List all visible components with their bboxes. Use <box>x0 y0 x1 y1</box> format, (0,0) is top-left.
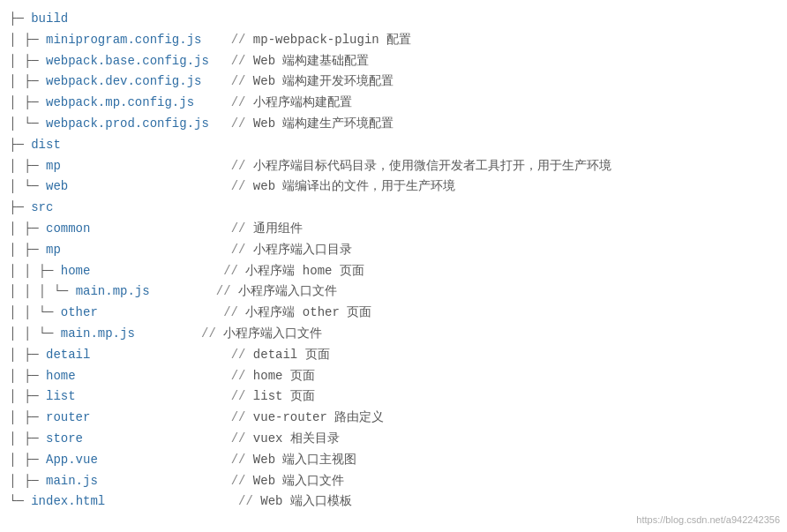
folder-name[interactable]: common <box>46 221 90 236</box>
folder-name[interactable]: build <box>31 11 68 26</box>
tree-prefix: │ │ │ └─ <box>9 284 76 298</box>
file-name[interactable]: webpack.base.config.js <box>46 54 209 68</box>
folder-name[interactable]: other <box>61 305 98 319</box>
comment: // list 页面 <box>231 386 315 408</box>
folder-name[interactable]: store <box>46 431 83 446</box>
file-name[interactable]: main.mp.js <box>61 326 135 341</box>
file-name[interactable]: index.html <box>31 494 105 508</box>
tree-row: │ ├─ home// home 页面 <box>9 366 787 387</box>
comment: // 小程序端构建配置 <box>231 93 352 114</box>
tree-prefix: │ ├─ <box>9 95 46 109</box>
tree-row: │ ├─ router// vue-router 路由定义 <box>9 408 787 429</box>
tree-prefix: │ ├─ <box>9 221 46 236</box>
file-name[interactable]: main.mp.js <box>76 284 150 298</box>
tree-row: │ ├─ miniprogram.config.js// mp-webpack-… <box>9 30 787 51</box>
comment: // Web 端构建基础配置 <box>231 51 370 72</box>
tree-prefix: │ └─ <box>9 179 46 193</box>
file-name[interactable]: main.js <box>46 474 98 488</box>
file-name[interactable]: webpack.mp.config.js <box>46 95 194 109</box>
tree-prefix: │ ├─ <box>9 348 46 362</box>
comment: // 小程序端入口文件 <box>201 324 322 345</box>
comment: // home 页面 <box>231 366 315 387</box>
tree-row: │ │ └─ main.mp.js// 小程序端入口文件 <box>9 324 787 345</box>
tree-row: ├─ build <box>9 9 787 30</box>
comment: // mp-webpack-plugin 配置 <box>231 30 411 51</box>
file-name[interactable]: App.vue <box>46 453 98 467</box>
tree-row: │ ├─ main.js// Web 端入口文件 <box>9 471 787 492</box>
folder-name[interactable]: list <box>46 389 76 403</box>
tree-prefix: │ └─ <box>9 116 46 131</box>
comment: // 小程序端 other 页面 <box>223 303 371 324</box>
tree-prefix: ├─ <box>9 11 31 26</box>
tree-prefix: │ ├─ <box>9 243 46 257</box>
comment: // web 端编译出的文件，用于生产环境 <box>231 176 456 198</box>
tree-prefix: │ │ └─ <box>9 326 61 341</box>
comment: // Web 端构建生产环境配置 <box>231 114 394 135</box>
tree-row: ├─ dist <box>9 135 787 156</box>
folder-name[interactable]: home <box>46 369 76 383</box>
comment: // Web 端入口主视图 <box>231 450 357 471</box>
tree-row: └─ index.html// Web 端入口模板 <box>9 491 787 513</box>
folder-name[interactable]: router <box>46 410 90 424</box>
watermark: https://blog.csdn.net/a942242356 <box>636 514 780 525</box>
tree-prefix: │ ├─ <box>9 369 46 383</box>
tree-prefix: │ │ └─ <box>9 305 61 319</box>
folder-name[interactable]: home <box>61 264 91 278</box>
tree-row: │ │ ├─ home// 小程序端 home 页面 <box>9 261 787 282</box>
tree-prefix: │ ├─ <box>9 453 46 467</box>
comment: // detail 页面 <box>231 345 330 366</box>
comment: // Web 端构建开发环境配置 <box>231 71 394 93</box>
folder-name[interactable]: src <box>31 200 53 214</box>
tree-row: │ ├─ webpack.mp.config.js// 小程序端构建配置 <box>9 93 787 114</box>
comment: // 通用组件 <box>231 219 303 240</box>
tree-prefix: │ ├─ <box>9 431 46 446</box>
comment: // 小程序端入口文件 <box>216 281 337 303</box>
tree-prefix: │ ├─ <box>9 389 46 403</box>
file-name[interactable]: webpack.prod.config.js <box>46 116 209 131</box>
tree-prefix: │ │ ├─ <box>9 264 61 278</box>
tree-row: │ ├─ store// vuex 相关目录 <box>9 429 787 450</box>
tree-prefix: │ ├─ <box>9 410 46 424</box>
comment: // Web 端入口模板 <box>238 491 352 513</box>
tree-prefix: ├─ <box>9 200 31 214</box>
file-name[interactable]: miniprogram.config.js <box>46 33 201 47</box>
tree-prefix: │ ├─ <box>9 74 46 88</box>
comment: // vue-router 路由定义 <box>231 408 385 429</box>
tree-prefix: │ ├─ <box>9 54 46 68</box>
file-name[interactable]: webpack.dev.config.js <box>46 74 201 88</box>
tree-row: │ │ └─ other// 小程序端 other 页面 <box>9 303 787 324</box>
tree-prefix: │ ├─ <box>9 33 46 47</box>
comment: // Web 端入口文件 <box>231 471 345 492</box>
comment: // 小程序端 home 页面 <box>223 261 364 282</box>
tree-row: │ ├─ mp// 小程序端入口目录 <box>9 240 787 261</box>
tree-row: ├─ src <box>9 198 787 219</box>
tree-row: │ ├─ list// list 页面 <box>9 386 787 408</box>
tree-prefix: ├─ <box>9 138 31 152</box>
folder-name[interactable]: mp <box>46 159 61 173</box>
tree-row: │ └─ webpack.prod.config.js// Web 端构建生产环… <box>9 114 787 135</box>
folder-name[interactable]: mp <box>46 243 61 257</box>
comment: // 小程序端入口目录 <box>231 240 352 261</box>
tree-row: │ ├─ detail// detail 页面 <box>9 345 787 366</box>
folder-name[interactable]: dist <box>31 138 61 152</box>
tree-row: │ ├─ webpack.dev.config.js// Web 端构建开发环境… <box>9 71 787 93</box>
comment: // 小程序端目标代码目录，使用微信开发者工具打开，用于生产环境 <box>231 156 611 177</box>
tree-row: │ ├─ App.vue// Web 端入口主视图 <box>9 450 787 471</box>
tree-row: │ │ │ └─ main.mp.js// 小程序端入口文件 <box>9 281 787 303</box>
tree-prefix: └─ <box>9 494 31 508</box>
folder-name[interactable]: detail <box>46 348 90 362</box>
folder-name[interactable]: web <box>46 179 68 193</box>
tree-row: │ ├─ webpack.base.config.js// Web 端构建基础配… <box>9 51 787 72</box>
tree-row: │ ├─ mp// 小程序端目标代码目录，使用微信开发者工具打开，用于生产环境 <box>9 156 787 177</box>
comment: // vuex 相关目录 <box>231 429 340 450</box>
tree-prefix: │ ├─ <box>9 159 46 173</box>
tree-row: │ ├─ common// 通用组件 <box>9 219 787 240</box>
tree-row: │ └─ web// web 端编译出的文件，用于生产环境 <box>9 176 787 198</box>
file-tree: ├─ build│ ├─ miniprogram.config.js// mp-… <box>9 9 787 513</box>
tree-prefix: │ ├─ <box>9 474 46 488</box>
